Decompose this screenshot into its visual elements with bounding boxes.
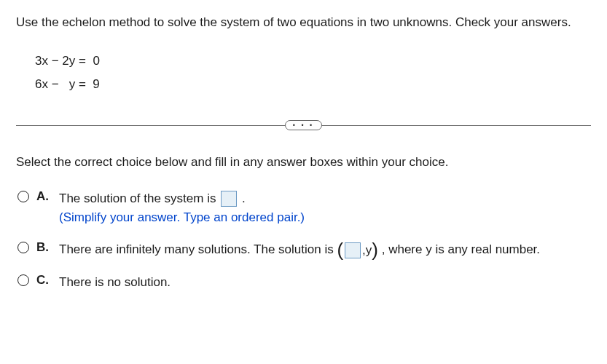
radio-c[interactable] (17, 274, 29, 286)
choice-b-body: There are infinitely many solutions. The… (59, 240, 540, 260)
choice-a[interactable]: A. The solution of the system is . (Simp… (16, 189, 591, 228)
choice-b-label: B. (36, 240, 49, 255)
equation-block: 3x − 2y = 0 6x − y = 9 (35, 50, 591, 97)
choice-b-text-before: There are infinitely many solutions. The… (59, 242, 337, 256)
paren-open: ( (337, 240, 343, 259)
choice-a-text-after: . (238, 191, 245, 205)
choice-c[interactable]: C. There is no solution. (16, 273, 591, 292)
choice-b-input[interactable] (345, 242, 361, 258)
choice-a-label: A. (36, 189, 49, 204)
choice-a-hint: (Simplify your answer. Type an ordered p… (59, 210, 305, 224)
question-text: Use the echelon method to solve the syst… (16, 13, 591, 32)
choice-c-text: There is no solution. (59, 275, 171, 289)
choice-a-text-before: The solution of the system is (59, 191, 219, 205)
instruction-text: Select the correct choice below and fill… (16, 153, 591, 172)
radio-a[interactable] (17, 191, 29, 202)
choice-b[interactable]: B. There are infinitely many solutions. … (16, 240, 591, 260)
choice-b-inner-after: ,y (362, 241, 372, 260)
section-divider: • • • (16, 118, 591, 132)
paren-close: ) (372, 240, 378, 259)
divider-line-right (321, 125, 591, 126)
choice-a-body: The solution of the system is . (Simplif… (59, 189, 305, 228)
radio-b[interactable] (17, 242, 29, 253)
equation-2: 6x − y = 9 (35, 73, 591, 96)
choice-b-text-after: , where y is any real number. (378, 242, 540, 256)
equation-1: 3x − 2y = 0 (35, 50, 591, 73)
divider-line-left (16, 125, 286, 126)
choice-c-label: C. (36, 273, 49, 288)
choice-a-input[interactable] (221, 191, 237, 207)
expand-pill[interactable]: • • • (285, 120, 322, 130)
choice-c-body: There is no solution. (59, 273, 171, 292)
